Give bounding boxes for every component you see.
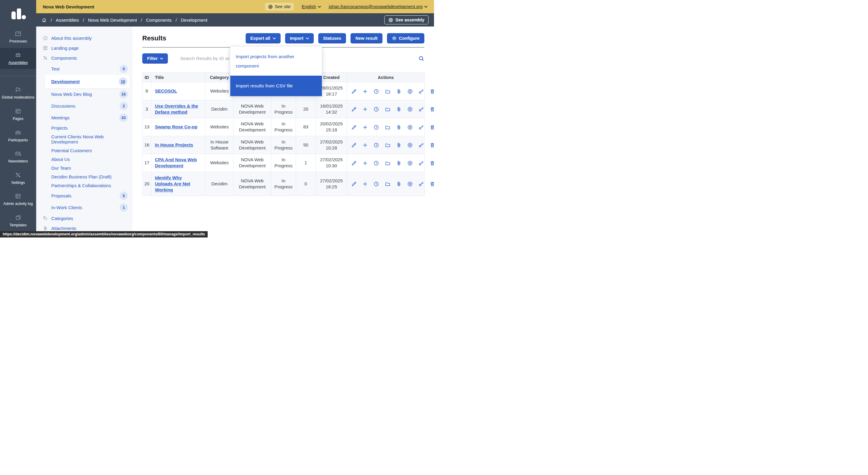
add-icon[interactable] [362, 160, 368, 166]
edit-icon[interactable] [351, 89, 357, 94]
menu-item-categories[interactable]: Categories [36, 213, 133, 223]
timeline-icon[interactable] [373, 181, 379, 187]
project-icon[interactable] [385, 142, 391, 148]
menu-item-import-csv[interactable]: Import results from CSV file [230, 76, 322, 96]
sidebar-item-assemblies[interactable]: Assemblies [0, 48, 36, 69]
preview-icon[interactable] [407, 142, 413, 148]
result-title-link[interactable]: Use Overrides & the Deface method [155, 103, 201, 116]
account-menu[interactable]: johan.francocampos@novawebdevelopment.or… [329, 4, 427, 9]
menu-item-about-assembly[interactable]: About this assembly [36, 33, 133, 43]
project-icon[interactable] [385, 106, 391, 112]
add-icon[interactable] [362, 142, 368, 148]
component-item-test[interactable]: Test 0 [36, 63, 133, 75]
permissions-icon[interactable] [418, 124, 424, 130]
component-item-nova-web-dev-blog[interactable]: Nova Web Dev Blog 16 [36, 88, 133, 100]
permissions-icon[interactable] [418, 89, 424, 94]
import-button[interactable]: Import [285, 33, 314, 43]
delete-icon[interactable] [430, 124, 434, 130]
project-icon[interactable] [385, 160, 391, 166]
sidebar-item-newsletters[interactable]: Newsletters [0, 147, 36, 168]
sidebar-item-templates[interactable]: Templates [0, 210, 36, 232]
breadcrumb-components[interactable]: Components [146, 18, 172, 23]
component-item-partnerships[interactable]: Partnerships & Collaborations [36, 181, 133, 190]
attachments-icon[interactable] [396, 181, 402, 187]
component-item-meetings[interactable]: Meetings 43 [36, 112, 133, 124]
export-all-button[interactable]: Export all [246, 33, 281, 43]
result-title-link[interactable]: SECOSOL [155, 88, 177, 94]
add-icon[interactable] [362, 89, 368, 94]
project-icon[interactable] [385, 181, 391, 187]
breadcrumb-assemblies[interactable]: Assemblies [56, 18, 79, 23]
delete-icon[interactable] [430, 181, 434, 187]
add-icon[interactable] [362, 124, 368, 130]
result-title-link[interactable]: CPA And Nova Web Development [155, 157, 201, 169]
timeline-icon[interactable] [373, 142, 379, 148]
preview-icon[interactable] [407, 106, 413, 112]
menu-item-components[interactable]: Components [36, 53, 133, 63]
sidebar-item-pages[interactable]: Pages [0, 104, 36, 125]
project-icon[interactable] [385, 89, 391, 94]
statuses-button[interactable]: Statuses [318, 33, 346, 43]
col-id[interactable]: ID [143, 73, 151, 82]
permissions-icon[interactable] [418, 106, 424, 112]
permissions-icon[interactable] [418, 160, 424, 166]
breadcrumb-assembly-name[interactable]: Nova Web Development [88, 18, 137, 23]
add-icon[interactable] [362, 106, 368, 112]
see-assembly-button[interactable]: See assembly [384, 15, 429, 24]
result-title-link[interactable]: Swamp Rose Co-op [155, 124, 197, 130]
component-item-development[interactable]: Development 10 [44, 75, 130, 88]
breadcrumb-current[interactable]: Development [181, 18, 207, 23]
attachments-icon[interactable] [396, 142, 402, 148]
attachments-icon[interactable] [396, 106, 402, 112]
timeline-icon[interactable] [373, 106, 379, 112]
timeline-icon[interactable] [373, 124, 379, 130]
delete-icon[interactable] [430, 89, 434, 94]
edit-icon[interactable] [351, 181, 357, 187]
sidebar-item-processes[interactable]: Processes [0, 27, 36, 48]
add-icon[interactable] [362, 181, 368, 187]
permissions-icon[interactable] [418, 181, 424, 187]
component-item-in-work-clients[interactable]: In-Work Clients 1 [36, 202, 133, 213]
preview-icon[interactable] [407, 160, 413, 166]
preview-icon[interactable] [407, 124, 413, 130]
component-item-current-clients[interactable]: Current Clients Nova Web Development [36, 132, 133, 146]
component-item-discussions[interactable]: Discussions 2 [36, 100, 133, 112]
new-result-button[interactable]: New result [350, 33, 382, 43]
result-title-link[interactable]: In House Projects [155, 142, 193, 148]
edit-icon[interactable] [351, 106, 357, 112]
org-logo[interactable] [0, 0, 36, 27]
preview-icon[interactable] [407, 89, 413, 94]
menu-item-import-projects[interactable]: Import projects from another component [230, 47, 322, 76]
filter-button[interactable]: Filter [142, 53, 168, 64]
configure-button[interactable]: Configure [387, 33, 424, 43]
component-item-our-team[interactable]: Our Team [36, 164, 133, 172]
permissions-icon[interactable] [418, 142, 424, 148]
col-category[interactable]: Category [206, 73, 234, 82]
preview-icon[interactable] [407, 181, 413, 187]
edit-icon[interactable] [351, 142, 357, 148]
sidebar-item-settings[interactable]: Settings [0, 168, 36, 189]
component-item-decidim-business-plan[interactable]: Decidim Business Plan (Draft) [36, 172, 133, 181]
sidebar-item-global-moderations[interactable]: Global moderations [0, 83, 36, 104]
language-selector[interactable]: English [302, 4, 321, 9]
component-item-proposals[interactable]: Proposals 5 [36, 190, 133, 202]
col-title[interactable]: Title [151, 73, 206, 82]
home-icon[interactable] [41, 18, 47, 23]
sidebar-item-participants[interactable]: Participants [0, 125, 36, 147]
sidebar-item-admin-activity-log[interactable]: Admin activity log [0, 189, 36, 210]
edit-icon[interactable] [351, 124, 357, 130]
delete-icon[interactable] [430, 142, 434, 148]
project-icon[interactable] [385, 124, 391, 130]
component-item-projects[interactable]: Projects [36, 124, 133, 132]
menu-item-landing-page[interactable]: Landing page [36, 43, 133, 53]
edit-icon[interactable] [351, 160, 357, 166]
delete-icon[interactable] [430, 106, 434, 112]
attachments-icon[interactable] [396, 124, 402, 130]
component-item-potential-customers[interactable]: Potential Customers [36, 146, 133, 155]
search-icon[interactable] [418, 56, 424, 62]
delete-icon[interactable] [430, 160, 434, 166]
result-title-link[interactable]: Identify Why Uploads Are Not Working [155, 175, 201, 193]
attachments-icon[interactable] [396, 89, 402, 94]
timeline-icon[interactable] [373, 160, 379, 166]
attachments-icon[interactable] [396, 160, 402, 166]
